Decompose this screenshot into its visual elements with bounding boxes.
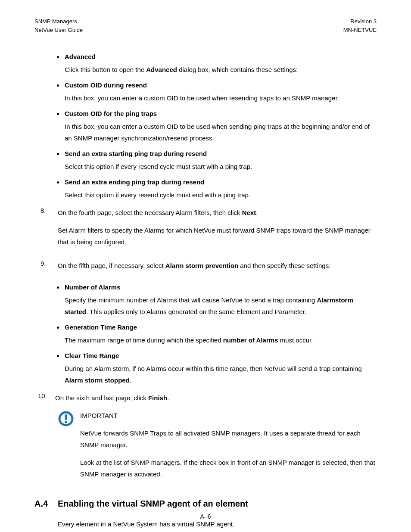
- list-item: Clear Time Range During an Alarm storm, …: [64, 352, 377, 386]
- section-number: A.4: [34, 499, 58, 509]
- header-right: Revision 3 MN-NETVUE: [343, 17, 377, 34]
- important-label: IMPORTANT: [80, 410, 377, 421]
- step-line: Set Alarm filters to specify the Alarms …: [58, 224, 377, 248]
- header-left-1: SNMP Managers: [34, 17, 83, 26]
- item-body: In this box, you can enter a custom OID …: [65, 121, 377, 144]
- list-item: Generation Time Range The maximum range …: [64, 324, 377, 346]
- list-item: Send an extra ending ping trap during re…: [64, 178, 377, 201]
- step-8: 8. On the fourth page, select the necess…: [34, 207, 377, 254]
- step-10: 10. On the sixth and last page, click Fi…: [34, 392, 377, 404]
- section-heading: A.4 Enabling the virtual SNMP agent of a…: [34, 499, 377, 509]
- svg-rect-1: [65, 414, 67, 420]
- section-title: Enabling the virtual SNMP agent of an el…: [58, 499, 248, 509]
- bullet-list-1: Advanced Click this button to open the A…: [64, 53, 377, 201]
- svg-point-2: [65, 421, 67, 423]
- important-note: IMPORTANT NetVue forwards SNMP Traps to …: [58, 410, 377, 486]
- header-left: SNMP Managers NetVue User Guide: [34, 17, 83, 34]
- page: SNMP Managers NetVue User Guide Revision…: [0, 0, 411, 532]
- bullet-list-2: Number of Alarms Specify the minimum num…: [64, 283, 377, 386]
- important-icon: [58, 410, 80, 486]
- item-title: Custom OID for the ping traps: [65, 110, 377, 117]
- header-left-2: NetVue User Guide: [34, 26, 83, 34]
- step-line: On the fifth page, if necessary, select …: [58, 260, 377, 271]
- important-p2: Look at the list of SNMP managers. If th…: [80, 457, 377, 480]
- step-number: 10.: [34, 392, 55, 404]
- item-body: Select this option if every resend cycle…: [65, 161, 377, 172]
- list-item: Advanced Click this button to open the A…: [64, 53, 377, 75]
- item-title: Send an extra ending ping trap during re…: [65, 178, 377, 186]
- item-body: Specify the minimum number of Alarms tha…: [65, 294, 377, 317]
- page-number: A–6: [0, 513, 411, 520]
- item-title: Advanced: [65, 53, 377, 60]
- header-right-2: MN-NETVUE: [343, 26, 377, 34]
- item-title: Send an extra starting ping trap during …: [65, 150, 377, 157]
- item-body: In this box, you can enter a custom OID …: [65, 92, 377, 104]
- item-title: Generation Time Range: [65, 324, 377, 331]
- list-item: Send an extra starting ping trap during …: [64, 150, 377, 172]
- important-text: IMPORTANT NetVue forwards SNMP Traps to …: [80, 410, 377, 486]
- step-body: On the fifth page, if necessary, select …: [58, 260, 377, 277]
- item-body: Select this option if every resend cycle…: [65, 189, 377, 201]
- list-item: Custom OID during resend In this box, yo…: [64, 81, 377, 104]
- list-item: Custom OID for the ping traps In this bo…: [64, 110, 377, 144]
- section-body: Every element in a NetVue System has a v…: [58, 518, 377, 532]
- ordered-steps-2: 10. On the sixth and last page, click Fi…: [34, 392, 377, 404]
- item-body: The maximum range of time during which t…: [65, 334, 377, 346]
- item-body: Click this button to open the Advanced d…: [65, 64, 377, 75]
- step-line: On the fourth page, select the necessary…: [58, 207, 377, 218]
- important-p1: NetVue forwards SNMP Traps to all activa…: [80, 427, 377, 451]
- step-body: On the sixth and last page, click Finish…: [55, 392, 377, 404]
- step-9: 9. On the fifth page, if necessary, sele…: [34, 260, 377, 277]
- item-body: During an Alarm storm, if no Alarms occu…: [65, 363, 377, 386]
- step-number: 8.: [34, 207, 58, 254]
- item-title: Clear Time Range: [65, 352, 377, 359]
- list-item: Number of Alarms Specify the minimum num…: [64, 283, 377, 317]
- step-number: 9.: [34, 260, 58, 277]
- section-p1: Every element in a NetVue System has a v…: [58, 518, 377, 530]
- item-title: Number of Alarms: [65, 283, 377, 291]
- page-header: SNMP Managers NetVue User Guide Revision…: [34, 17, 377, 34]
- step-body: On the fourth page, select the necessary…: [58, 207, 377, 254]
- header-right-1: Revision 3: [343, 17, 377, 26]
- item-title: Custom OID during resend: [65, 81, 377, 89]
- ordered-steps: 8. On the fourth page, select the necess…: [34, 207, 377, 277]
